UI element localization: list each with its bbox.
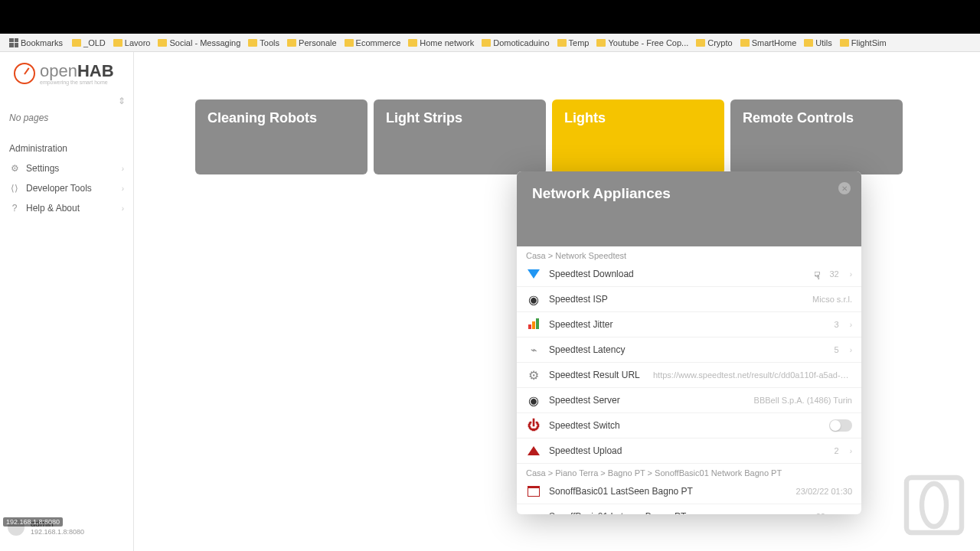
browser-top-black — [0, 0, 980, 34]
folder-icon — [840, 39, 849, 47]
help-icon: ? — [9, 203, 20, 214]
breadcrumb: Casa > Piano Terra > Bagno PT > SonoffBa… — [517, 464, 861, 479]
row-label: Speedtest Upload — [549, 445, 827, 456]
card-lights[interactable]: Lights — [552, 99, 724, 174]
folder-icon — [72, 39, 81, 47]
bookmark-folder[interactable]: Social - Messaging — [155, 37, 243, 49]
list-item: ⚙Speedtest Result URLhttps://www.speedte… — [517, 363, 861, 388]
folder-icon — [804, 39, 813, 47]
popup-header: Network Appliances ✕ — [517, 171, 861, 246]
latency-icon: ⌁ — [526, 342, 541, 357]
bookmark-folder[interactable]: Temp — [554, 37, 593, 49]
no-pages-label: No pages — [0, 106, 133, 129]
sidebar: openHAB empowering the smart home ⇕ No p… — [0, 52, 134, 551]
row-value: 22 ms — [816, 512, 839, 514]
folder-icon — [740, 39, 750, 47]
popup-title: Network Appliances — [532, 185, 846, 202]
bookmark-folder[interactable]: Youtube - Free Cop... — [593, 37, 691, 49]
row-value: 3 — [835, 320, 839, 329]
status-badge: 192.168.1.8:8080 — [3, 517, 63, 527]
chevron-right-icon: › — [122, 184, 124, 193]
row-label: Speedtest Latency — [549, 344, 827, 355]
breadcrumb: Casa > Network Speedtest — [517, 246, 861, 262]
list-item[interactable]: Speedtest Download32› — [517, 262, 861, 287]
row-value: 5 — [835, 345, 839, 354]
chevron-right-icon: › — [850, 346, 852, 354]
bookmark-folder[interactable]: _OLD — [69, 37, 109, 49]
pin-icon[interactable]: ⇕ — [0, 96, 133, 106]
bookmark-folder[interactable]: Tools — [245, 37, 283, 49]
card-light-strips[interactable]: Light Strips — [374, 99, 546, 174]
nav-settings[interactable]: ⚙Settings› — [0, 158, 133, 178]
bookmarks-apps[interactable]: Bookmarks — [6, 37, 66, 49]
bookmark-folder[interactable]: FlightSim — [837, 37, 890, 49]
chevron-right-icon: › — [122, 204, 124, 213]
wifi-icon: ◉ — [526, 393, 541, 408]
row-label: Speedtest Download — [549, 269, 822, 279]
row-label: Speedtest Switch — [549, 420, 822, 431]
admin-section-header: Administration — [0, 129, 133, 158]
row-label: Speedtest Jitter — [549, 319, 827, 330]
nav-developer-tools[interactable]: ⟨⟩Developer Tools› — [0, 178, 133, 198]
row-label: SonoffBasic01 LastSeen Bagno PT — [549, 486, 789, 497]
bookmarks-label: Bookmarks — [21, 38, 63, 47]
list-item: SonoffBasic01 LastSeen Bagno PT23/02/22 … — [517, 479, 861, 504]
bookmark-folder[interactable]: Utils — [801, 37, 835, 49]
bookmark-folder[interactable]: Lavoro — [110, 37, 154, 49]
logo-mark-icon — [14, 63, 35, 84]
bookmark-folder[interactable]: SmartHome — [737, 37, 800, 49]
card-cleaning-robots[interactable]: Cleaning Robots — [195, 99, 368, 174]
calendar-icon — [526, 484, 541, 499]
list-item[interactable]: ⏻Speedtest Switch — [517, 413, 861, 439]
list-item: ◉Speedtest ISPMicso s.r.l. — [517, 287, 861, 312]
code-icon: ⟨⟩ — [9, 183, 20, 194]
folder-icon — [113, 39, 122, 47]
folder-icon — [345, 39, 354, 47]
svg-point-1 — [922, 484, 946, 527]
bookmark-folder[interactable]: Domoticaduino — [479, 37, 552, 49]
row-label: Speedtest Result URL — [549, 370, 645, 380]
wifi-icon: ◉ — [526, 292, 541, 307]
bookmark-folder[interactable]: Ecommerce — [341, 37, 404, 49]
logo: openHAB empowering the smart home — [0, 61, 133, 96]
chevron-right-icon: › — [850, 447, 852, 455]
nav-help-about[interactable]: ?Help & About› — [0, 198, 133, 218]
folder-icon — [557, 39, 567, 47]
folder-icon — [482, 39, 491, 47]
apps-icon — [9, 38, 18, 47]
bookmark-folder[interactable]: Personale — [284, 37, 340, 49]
row-value: 23/02/22 01:30 — [796, 487, 852, 496]
row-label: Speedtest ISP — [549, 294, 805, 305]
chevron-right-icon: › — [850, 321, 852, 329]
list-item[interactable]: Speedtest Upload2› — [517, 439, 861, 464]
bookmarks-bar: Bookmarks _OLDLavoroSocial - MessagingTo… — [0, 34, 980, 52]
list-item[interactable]: Speedtest Jitter3› — [517, 312, 861, 337]
row-value: 32 — [829, 269, 838, 279]
folder-icon — [596, 39, 606, 47]
row-value: 2 — [835, 446, 839, 455]
bars-icon — [526, 317, 541, 332]
row-value: Micso s.r.l. — [812, 295, 852, 304]
close-icon[interactable]: ✕ — [838, 182, 851, 194]
download-icon — [526, 266, 541, 282]
gear-icon: ⚙ — [526, 367, 541, 383]
row-value: BBBell S.p.A. (1486) Turin — [754, 396, 852, 405]
folder-icon — [158, 39, 167, 47]
list-item[interactable]: ⌁Speedtest Latency5› — [517, 337, 861, 363]
card-remote-controls[interactable]: Remote Controls — [730, 99, 903, 174]
network-appliances-popup: Network Appliances ✕ Casa > Network Spee… — [517, 171, 861, 514]
toggle-switch[interactable] — [829, 419, 852, 432]
row-value: https://www.speedtest.net/result/c/dd0a1… — [653, 370, 852, 380]
bookmark-folder[interactable]: Crypto — [693, 37, 735, 49]
folder-icon — [408, 39, 417, 47]
power-icon: ⏻ — [526, 418, 541, 433]
folder-icon — [248, 39, 257, 47]
bookmark-folder[interactable]: Home network — [405, 37, 477, 49]
list-item: ◉Speedtest ServerBBBell S.p.A. (1486) Tu… — [517, 388, 861, 413]
watermark-icon — [903, 474, 965, 536]
row-label: SonoffBasic01 Latency Bagno PT — [549, 511, 808, 514]
gear-icon: ⚙ — [9, 163, 20, 174]
list-item[interactable]: ⌁SonoffBasic01 Latency Bagno PT22 ms› — [517, 504, 861, 514]
folder-icon — [287, 39, 296, 47]
chevron-right-icon: › — [850, 270, 852, 279]
